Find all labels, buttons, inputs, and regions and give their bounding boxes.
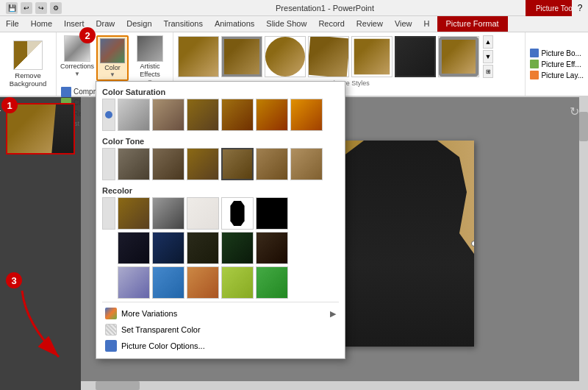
picture-border-icon [530,49,539,57]
tone-thumb-1[interactable] [152,148,184,180]
recolor-black[interactable] [256,197,288,230]
sat-thumb-2[interactable] [187,99,219,131]
sat-thumb-0[interactable] [118,99,150,131]
tab-transitions[interactable]: Transitions [158,15,209,32]
person-figure [327,141,474,347]
recolor-lt-blue[interactable] [118,266,150,299]
recolor-washout[interactable] [187,197,219,230]
scrollbar-vertical[interactable] [579,97,588,390]
undo-icon[interactable]: ↩ [21,2,32,14]
annotation-badge-1: 1 [1,97,18,113]
sat-thumb-3[interactable] [221,99,254,131]
set-transparent-button[interactable]: Set Transparent Color [102,322,339,338]
more-variations-icon [105,308,117,319]
recolor-blue[interactable] [152,232,184,264]
slides-panel: 1 [0,97,81,390]
picture-border-button[interactable]: Picture Bo... [530,49,584,57]
style-thumb-4[interactable] [308,36,349,77]
slide-thumb-1[interactable] [6,103,75,155]
style-thumb-5[interactable] [351,36,392,77]
recolor-original[interactable] [118,197,150,230]
compress-icon [61,87,71,97]
artistic-icon [137,35,163,62]
svg-point-0 [105,111,112,118]
style-thumb-1[interactable] [178,36,219,77]
recolor-green[interactable] [256,266,288,299]
save-icon[interactable]: 💾 [6,2,18,14]
styles-scroll-more[interactable]: ⊞ [483,65,493,78]
color-saturation-title: Color Saturation [102,86,339,99]
tab-slideshow[interactable]: Slide Show [260,15,312,32]
corrections-label: Corrections [60,63,94,71]
scrollbar-thumb-vertical[interactable] [579,112,588,141]
styles-scroll: ▲ ▼ ⊞ [483,35,493,78]
tab-review[interactable]: Review [351,15,389,32]
styles-scroll-down[interactable]: ▼ [483,50,493,63]
remove-bg-icon [13,40,43,70]
customize-icon[interactable]: ⚙ [50,2,62,14]
color-tone-row [102,148,339,180]
tab-draw[interactable]: Draw [90,15,121,32]
tab-view[interactable]: View [389,15,418,32]
recolor-dark-olive[interactable] [187,232,219,264]
style-thumb-3[interactable] [265,36,306,77]
tone-thumb-selected[interactable] [221,148,254,180]
tab-file[interactable]: File [0,15,25,32]
tone-row-icon [102,148,115,180]
recolor-dark-blue[interactable] [118,232,150,264]
tone-thumb-0[interactable] [118,148,150,180]
recolor-bw[interactable] [221,197,254,230]
slide-1-container: 1 [6,103,75,155]
scrollbar-thumb-horizontal[interactable] [96,381,140,390]
tab-design[interactable]: Design [121,15,157,32]
help-icon[interactable]: ? [572,0,588,16]
tab-animations[interactable]: Animations [209,15,260,32]
more-variations-button[interactable]: More Variations ▶ [102,305,339,322]
tone-thumb-4[interactable] [290,148,323,180]
picture-layout-icon [530,71,539,79]
picture-effects-icon [530,60,539,68]
tab-picture-format[interactable]: Picture Format [437,15,508,32]
tone-thumb-3[interactable] [256,148,288,180]
style-thumb-7[interactable] [438,36,479,77]
picture-color-options-icon [105,340,117,352]
tone-thumb-2[interactable] [187,148,219,180]
redo-icon[interactable]: ↪ [35,2,47,14]
picture-options-group: Picture Bo... Picture Eff... Picture Lay… [526,32,588,96]
recolor-spacer [102,232,115,264]
sat-thumb-5[interactable] [290,99,323,131]
color-saturation-row [102,99,339,131]
picture-effects-button[interactable]: Picture Eff... [530,60,584,68]
recolor-yellow-green[interactable] [221,266,254,299]
remove-background-button[interactable]: Remove Background [0,32,57,96]
more-variations-arrow: ▶ [330,309,336,319]
styles-scroll-up[interactable]: ▲ [483,35,493,49]
artistic-effects-button[interactable]: Artistic Effects ▼ [132,35,168,85]
window-title: Presentation1 - PowerPoint [68,4,582,13]
annotation-badge-3: 3 [6,272,22,288]
style-thumb-active[interactable] [395,36,436,77]
recolor-spacer2 [102,266,115,299]
title-bar-controls: 💾 ↩ ↪ ⚙ [6,2,62,14]
sat-thumb-1[interactable] [152,99,184,131]
sat-thumb-4[interactable] [256,99,288,131]
recolor-orange[interactable] [187,266,219,299]
recolor-blue2[interactable] [152,266,184,299]
color-icon [100,38,125,63]
title-bar: 💾 ↩ ↪ ⚙ Presentation1 - PowerPoint Pictu… [0,0,588,16]
color-button[interactable]: Color ▼ [96,35,129,81]
picture-layout-button[interactable]: Picture Lay... [530,71,584,79]
handle-right[interactable] [471,241,474,247]
artistic-label: Artistic Effects [132,63,168,79]
style-thumb-2[interactable] [221,36,262,77]
scrollbar-horizontal[interactable] [81,381,579,390]
recolor-dark-green[interactable] [221,232,254,264]
recolor-dark-brown[interactable] [256,232,288,264]
tab-record[interactable]: Record [312,15,350,32]
rotate-handle[interactable]: ↻ [570,104,579,118]
tab-home[interactable]: Home [25,15,58,32]
picture-color-options-button[interactable]: Picture Color Options... [102,338,339,354]
tab-h[interactable]: H [418,15,436,32]
recolor-grayscale[interactable] [152,197,184,230]
recolor-row-3 [102,266,339,299]
